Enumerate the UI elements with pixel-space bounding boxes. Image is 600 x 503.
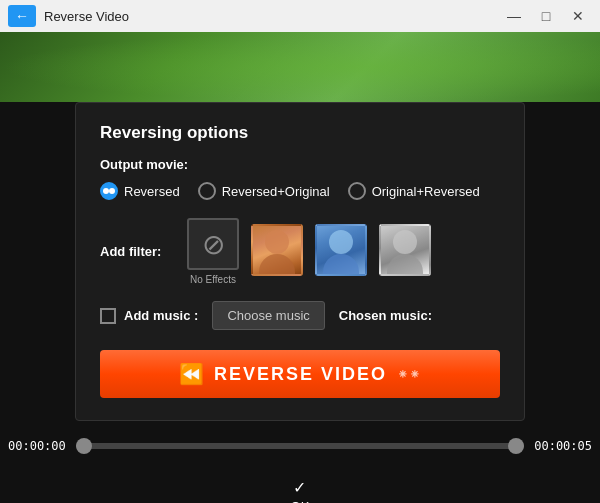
filter-warm-thumb xyxy=(251,224,303,276)
filter-no-effect-thumb: ⊘ xyxy=(187,218,239,270)
filter-bw[interactable] xyxy=(379,224,431,280)
filter-warm[interactable] xyxy=(251,224,303,280)
reverse-btn-text: REVERSE VIDEO xyxy=(214,364,387,385)
radio-reversed-label: Reversed xyxy=(124,184,180,199)
timeline-handle-left[interactable] xyxy=(76,438,92,454)
timeline-slider[interactable] xyxy=(76,443,524,449)
minimize-button[interactable]: — xyxy=(500,5,528,27)
filter-cool[interactable] xyxy=(315,224,367,280)
add-music-checkbox[interactable]: Add music : xyxy=(100,308,198,324)
filter-bw-thumb xyxy=(379,224,431,276)
timeline-start-time: 00:00:00 xyxy=(8,439,66,453)
timeline-end-time: 00:00:05 xyxy=(534,439,592,453)
options-dialog: Reversing options Output movie: Reversed… xyxy=(75,102,525,421)
music-section: Add music : Choose music Chosen music: xyxy=(100,301,500,330)
chosen-music-label: Chosen music: xyxy=(339,308,432,323)
output-radio-group: Reversed Reversed+Original Original+Reve… xyxy=(100,182,500,200)
back-icon: ← xyxy=(15,8,29,24)
radio-orig-rev-circle xyxy=(348,182,366,200)
reverse-btn-decoration: ⁕⁕ xyxy=(397,366,421,382)
filter-no-effect-name: No Effects xyxy=(190,274,236,285)
output-label: Output movie: xyxy=(100,157,500,172)
music-checkbox-box xyxy=(100,308,116,324)
filter-cool-thumb xyxy=(315,224,367,276)
radio-reversed-circle xyxy=(100,182,118,200)
rewind-icon: ⏪ xyxy=(179,362,204,386)
window-title: Reverse Video xyxy=(44,9,492,24)
maximize-button[interactable]: □ xyxy=(532,5,560,27)
ok-label[interactable]: OK xyxy=(291,499,310,503)
radio-orig-rev-label: Original+Reversed xyxy=(372,184,480,199)
filter-label: Add filter: xyxy=(100,244,175,259)
reverse-video-button[interactable]: ⏪ REVERSE VIDEO ⁕⁕ xyxy=(100,350,500,398)
timeline: 00:00:00 00:00:05 xyxy=(0,421,600,471)
close-button[interactable]: ✕ xyxy=(564,5,592,27)
choose-music-button[interactable]: Choose music xyxy=(212,301,324,330)
radio-orig-rev[interactable]: Original+Reversed xyxy=(348,182,480,200)
titlebar: ← Reverse Video — □ ✕ xyxy=(0,0,600,32)
ok-area: ✓ OK xyxy=(291,471,310,503)
filter-no-effect[interactable]: ⊘ No Effects xyxy=(187,218,239,285)
timeline-handle-right[interactable] xyxy=(508,438,524,454)
radio-rev-orig-circle xyxy=(198,182,216,200)
radio-rev-orig[interactable]: Reversed+Original xyxy=(198,182,330,200)
radio-reversed[interactable]: Reversed xyxy=(100,182,180,200)
radio-rev-orig-label: Reversed+Original xyxy=(222,184,330,199)
filter-section: Add filter: ⊘ No Effects xyxy=(100,218,500,285)
dialog-title: Reversing options xyxy=(100,123,500,143)
window-controls: — □ ✕ xyxy=(500,5,592,27)
back-button[interactable]: ← xyxy=(8,5,36,27)
music-label: Add music : xyxy=(124,308,198,323)
video-preview xyxy=(0,32,600,102)
ok-check-icon: ✓ xyxy=(293,478,306,497)
